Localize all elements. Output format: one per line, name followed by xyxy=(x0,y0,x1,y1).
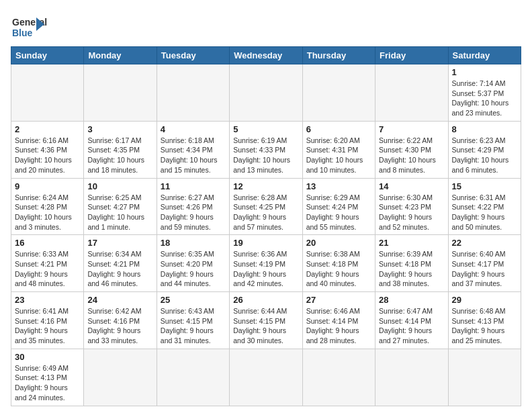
day-number: 13 xyxy=(306,181,371,191)
weekday-header-friday: Friday xyxy=(375,47,448,64)
calendar-day-cell: 15Sunrise: 6:31 AM Sunset: 4:22 PM Dayli… xyxy=(448,178,521,235)
day-info: Sunrise: 6:40 AM Sunset: 4:17 PM Dayligh… xyxy=(452,249,517,289)
day-number: 22 xyxy=(452,238,517,248)
weekday-header-row: SundayMondayTuesdayWednesdayThursdayFrid… xyxy=(11,47,521,64)
calendar-day-cell: 10Sunrise: 6:25 AM Sunset: 4:27 PM Dayli… xyxy=(84,178,157,235)
calendar-day-cell: 7Sunrise: 6:22 AM Sunset: 4:30 PM Daylig… xyxy=(375,121,448,178)
day-number: 6 xyxy=(306,124,371,134)
day-info: Sunrise: 6:46 AM Sunset: 4:14 PM Dayligh… xyxy=(306,306,371,346)
day-info: Sunrise: 6:22 AM Sunset: 4:30 PM Dayligh… xyxy=(379,136,444,175)
day-info: Sunrise: 6:19 AM Sunset: 4:33 PM Dayligh… xyxy=(233,136,298,175)
calendar-day-cell xyxy=(302,349,375,406)
day-info: Sunrise: 7:14 AM Sunset: 5:37 PM Dayligh… xyxy=(452,79,517,118)
calendar-day-cell xyxy=(157,349,229,406)
calendar-day-cell xyxy=(84,64,157,122)
day-number: 24 xyxy=(87,295,152,305)
day-info: Sunrise: 6:18 AM Sunset: 4:34 PM Dayligh… xyxy=(161,136,226,175)
calendar-day-cell: 2Sunrise: 6:16 AM Sunset: 4:36 PM Daylig… xyxy=(11,121,84,178)
day-number: 17 xyxy=(87,238,152,248)
calendar-day-cell: 8Sunrise: 6:23 AM Sunset: 4:29 PM Daylig… xyxy=(448,121,521,178)
generalblue-logo-icon: General Blue xyxy=(11,11,64,41)
day-info: Sunrise: 6:31 AM Sunset: 4:22 PM Dayligh… xyxy=(452,193,517,232)
day-info: Sunrise: 6:49 AM Sunset: 4:13 PM Dayligh… xyxy=(15,363,80,403)
day-info: Sunrise: 6:20 AM Sunset: 4:31 PM Dayligh… xyxy=(306,136,371,175)
calendar-day-cell xyxy=(11,64,84,122)
day-number: 11 xyxy=(161,181,226,191)
calendar-day-cell xyxy=(375,64,448,122)
calendar-week-row: 9Sunrise: 6:24 AM Sunset: 4:28 PM Daylig… xyxy=(11,178,521,235)
svg-text:Blue: Blue xyxy=(12,28,33,38)
calendar-day-cell xyxy=(84,349,157,406)
day-info: Sunrise: 6:36 AM Sunset: 4:19 PM Dayligh… xyxy=(233,249,298,289)
calendar-day-cell: 13Sunrise: 6:29 AM Sunset: 4:24 PM Dayli… xyxy=(302,178,375,235)
day-number: 3 xyxy=(87,124,152,134)
weekday-header-wednesday: Wednesday xyxy=(230,47,302,64)
header: General Blue xyxy=(11,11,521,41)
calendar-week-row: 2Sunrise: 6:16 AM Sunset: 4:36 PM Daylig… xyxy=(11,121,521,178)
calendar-day-cell xyxy=(375,349,448,406)
day-info: Sunrise: 6:23 AM Sunset: 4:29 PM Dayligh… xyxy=(452,136,517,175)
day-info: Sunrise: 6:24 AM Sunset: 4:28 PM Dayligh… xyxy=(15,193,80,232)
day-info: Sunrise: 6:39 AM Sunset: 4:18 PM Dayligh… xyxy=(379,249,444,289)
day-number: 15 xyxy=(452,181,517,191)
day-number: 1 xyxy=(452,67,517,77)
calendar-day-cell: 25Sunrise: 6:43 AM Sunset: 4:15 PM Dayli… xyxy=(157,292,229,349)
day-info: Sunrise: 6:42 AM Sunset: 4:16 PM Dayligh… xyxy=(87,306,152,346)
day-info: Sunrise: 6:30 AM Sunset: 4:23 PM Dayligh… xyxy=(379,193,444,232)
calendar-day-cell: 9Sunrise: 6:24 AM Sunset: 4:28 PM Daylig… xyxy=(11,178,84,235)
calendar-day-cell: 28Sunrise: 6:47 AM Sunset: 4:14 PM Dayli… xyxy=(375,292,448,349)
day-number: 12 xyxy=(233,181,298,191)
day-number: 8 xyxy=(452,124,517,134)
calendar-day-cell: 26Sunrise: 6:44 AM Sunset: 4:15 PM Dayli… xyxy=(230,292,302,349)
day-number: 27 xyxy=(306,295,371,305)
day-number: 21 xyxy=(379,238,444,248)
day-info: Sunrise: 6:27 AM Sunset: 4:26 PM Dayligh… xyxy=(161,193,226,232)
calendar-week-row: 23Sunrise: 6:41 AM Sunset: 4:16 PM Dayli… xyxy=(11,292,521,349)
calendar-day-cell xyxy=(230,64,302,122)
calendar-day-cell: 17Sunrise: 6:34 AM Sunset: 4:21 PM Dayli… xyxy=(84,235,157,292)
calendar-day-cell: 11Sunrise: 6:27 AM Sunset: 4:26 PM Dayli… xyxy=(157,178,229,235)
day-number: 19 xyxy=(233,238,298,248)
calendar-day-cell: 4Sunrise: 6:18 AM Sunset: 4:34 PM Daylig… xyxy=(157,121,229,178)
day-number: 29 xyxy=(452,295,517,305)
calendar-day-cell: 27Sunrise: 6:46 AM Sunset: 4:14 PM Dayli… xyxy=(302,292,375,349)
calendar-day-cell: 5Sunrise: 6:19 AM Sunset: 4:33 PM Daylig… xyxy=(230,121,302,178)
day-number: 4 xyxy=(161,124,226,134)
day-info: Sunrise: 6:33 AM Sunset: 4:21 PM Dayligh… xyxy=(15,249,80,289)
day-info: Sunrise: 6:25 AM Sunset: 4:27 PM Dayligh… xyxy=(87,193,152,232)
calendar-day-cell: 12Sunrise: 6:28 AM Sunset: 4:25 PM Dayli… xyxy=(230,178,302,235)
calendar-day-cell: 6Sunrise: 6:20 AM Sunset: 4:31 PM Daylig… xyxy=(302,121,375,178)
weekday-header-thursday: Thursday xyxy=(302,47,375,64)
day-number: 30 xyxy=(15,352,80,362)
calendar-day-cell: 21Sunrise: 6:39 AM Sunset: 4:18 PM Dayli… xyxy=(375,235,448,292)
calendar-day-cell: 22Sunrise: 6:40 AM Sunset: 4:17 PM Dayli… xyxy=(448,235,521,292)
calendar-table: SundayMondayTuesdayWednesdayThursdayFrid… xyxy=(11,46,521,406)
day-info: Sunrise: 6:44 AM Sunset: 4:15 PM Dayligh… xyxy=(233,306,298,346)
day-number: 28 xyxy=(379,295,444,305)
calendar-day-cell xyxy=(448,349,521,406)
calendar-day-cell xyxy=(230,349,302,406)
calendar-day-cell: 18Sunrise: 6:35 AM Sunset: 4:20 PM Dayli… xyxy=(157,235,229,292)
day-info: Sunrise: 6:48 AM Sunset: 4:13 PM Dayligh… xyxy=(452,306,517,346)
weekday-header-sunday: Sunday xyxy=(11,47,84,64)
calendar-day-cell: 1Sunrise: 7:14 AM Sunset: 5:37 PM Daylig… xyxy=(448,64,521,122)
calendar-week-row: 16Sunrise: 6:33 AM Sunset: 4:21 PM Dayli… xyxy=(11,235,521,292)
day-info: Sunrise: 6:29 AM Sunset: 4:24 PM Dayligh… xyxy=(306,193,371,232)
day-info: Sunrise: 6:16 AM Sunset: 4:36 PM Dayligh… xyxy=(15,136,80,175)
calendar-day-cell xyxy=(157,64,229,122)
day-number: 23 xyxy=(15,295,80,305)
calendar-day-cell: 16Sunrise: 6:33 AM Sunset: 4:21 PM Dayli… xyxy=(11,235,84,292)
day-info: Sunrise: 6:35 AM Sunset: 4:20 PM Dayligh… xyxy=(161,249,226,289)
day-number: 5 xyxy=(233,124,298,134)
calendar-day-cell: 30Sunrise: 6:49 AM Sunset: 4:13 PM Dayli… xyxy=(11,349,84,406)
calendar-week-row: 1Sunrise: 7:14 AM Sunset: 5:37 PM Daylig… xyxy=(11,64,521,122)
day-number: 18 xyxy=(161,238,226,248)
calendar-day-cell xyxy=(302,64,375,122)
day-number: 20 xyxy=(306,238,371,248)
calendar-day-cell: 14Sunrise: 6:30 AM Sunset: 4:23 PM Dayli… xyxy=(375,178,448,235)
day-number: 2 xyxy=(15,124,80,134)
day-number: 10 xyxy=(87,181,152,191)
weekday-header-saturday: Saturday xyxy=(448,47,521,64)
day-info: Sunrise: 6:43 AM Sunset: 4:15 PM Dayligh… xyxy=(161,306,226,346)
calendar-day-cell: 29Sunrise: 6:48 AM Sunset: 4:13 PM Dayli… xyxy=(448,292,521,349)
